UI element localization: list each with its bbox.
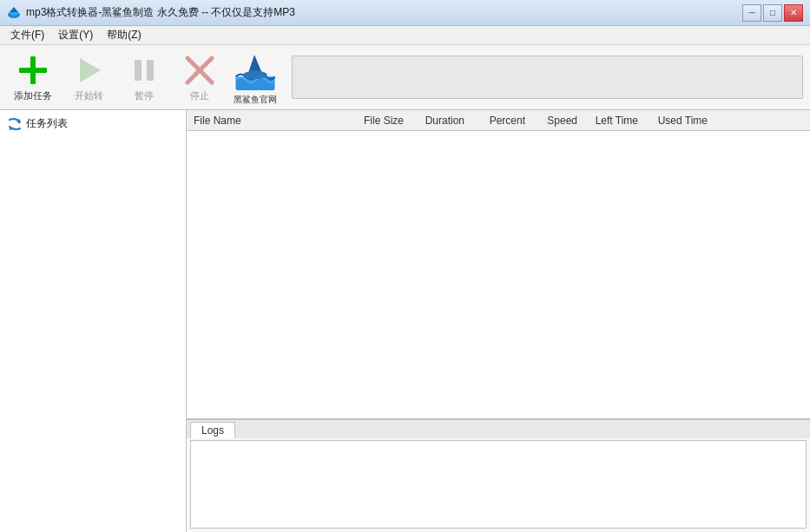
add-task-button[interactable]: 添加任务 <box>7 49 59 106</box>
start-icon <box>71 53 106 88</box>
sidebar: 任务列表 <box>0 110 187 532</box>
stop-label: 停止 <box>190 89 209 102</box>
pause-label: 暂停 <box>135 89 154 102</box>
svg-rect-6 <box>135 60 142 81</box>
logs-area: Logs <box>187 419 810 532</box>
svg-rect-4 <box>19 68 47 73</box>
col-header-duration: Duration <box>407 115 468 127</box>
svg-marker-5 <box>80 58 101 82</box>
stop-button[interactable]: 停止 <box>174 49 226 106</box>
logs-tab-bar: Logs <box>187 419 810 438</box>
maximize-button[interactable]: □ <box>763 4 782 22</box>
shark-icon <box>234 49 277 92</box>
col-header-filename: File Name <box>190 115 346 127</box>
shark-logo-label: 黑鲨鱼官网 <box>234 94 277 106</box>
toolbar-url-area <box>292 56 803 99</box>
menu-file[interactable]: 文件(F) <box>3 26 51 44</box>
shark-logo-button[interactable]: 黑鲨鱼官网 <box>229 49 281 106</box>
add-icon <box>16 53 50 88</box>
title-text: mp3格式转换器-黑鲨鱼制造 永久免费 -- 不仅仅是支持MP3 <box>26 5 295 20</box>
start-label: 开始转 <box>75 89 103 102</box>
file-table: File Name File Size Duration Percent Spe… <box>187 110 810 419</box>
add-task-label: 添加任务 <box>14 89 52 102</box>
app-icon <box>7 6 21 20</box>
table-header: File Name File Size Duration Percent Spe… <box>187 110 810 131</box>
svg-point-12 <box>243 70 267 79</box>
start-button[interactable]: 开始转 <box>63 49 115 106</box>
menu-help[interactable]: 帮助(Z) <box>100 26 148 44</box>
title-bar-controls: ─ □ ✕ <box>742 4 803 22</box>
stop-icon <box>182 53 217 88</box>
toolbar: 添加任务 开始转 暂停 停止 <box>0 45 810 110</box>
menu-bar: 文件(F) 设置(Y) 帮助(Z) <box>0 26 810 45</box>
title-bar-left: mp3格式转换器-黑鲨鱼制造 永久免费 -- 不仅仅是支持MP3 <box>7 5 295 20</box>
col-header-speed: Speed <box>529 115 581 127</box>
close-button[interactable]: ✕ <box>784 4 803 22</box>
pause-button[interactable]: 暂停 <box>118 49 170 106</box>
svg-rect-7 <box>147 60 154 81</box>
menu-settings[interactable]: 设置(Y) <box>51 26 100 44</box>
content-area: File Name File Size Duration Percent Spe… <box>187 110 810 532</box>
col-header-usedtime: Used Time <box>642 115 711 127</box>
col-header-filesize: File Size <box>346 115 407 127</box>
svg-marker-2 <box>10 7 18 12</box>
col-header-percent: Percent <box>468 115 529 127</box>
pause-icon <box>127 53 161 88</box>
title-bar: mp3格式转换器-黑鲨鱼制造 永久免费 -- 不仅仅是支持MP3 ─ □ ✕ <box>0 0 810 26</box>
sidebar-title: 任务列表 <box>26 116 68 131</box>
task-list-icon <box>7 118 23 130</box>
logs-content <box>190 440 807 529</box>
table-body <box>187 131 810 391</box>
minimize-button[interactable]: ─ <box>742 4 761 22</box>
logs-tab[interactable]: Logs <box>190 422 235 438</box>
col-header-lefttime: Left Time <box>581 115 642 127</box>
main-area: 任务列表 File Name File Size Duration Percen… <box>0 110 810 532</box>
sidebar-header: 任务列表 <box>3 114 182 134</box>
